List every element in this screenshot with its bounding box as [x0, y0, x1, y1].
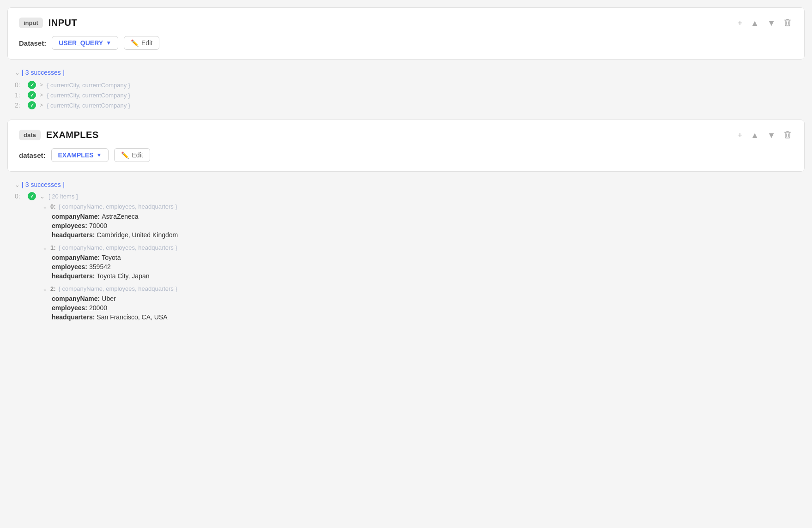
input-dataset-label: Dataset: — [19, 39, 46, 47]
result-fields-2: { currentCity, currentCompany } — [47, 102, 130, 109]
input-delete-button[interactable] — [782, 17, 793, 29]
table-row: 0: ✓ > { currentCity, currentCompany } — [15, 80, 797, 90]
input-header-left: input INPUT — [19, 18, 77, 28]
input-results-section: ⌄ [ 3 successes ] 0: ✓ > { currentCity, … — [7, 63, 805, 116]
examples-add-button[interactable]: + — [736, 130, 745, 140]
list-item: headquarters: San Francisco, CA, USA — [52, 312, 797, 322]
nested-1-fields-label: { companyName, employees, headquarters } — [59, 244, 177, 251]
nested-item-1: ⌄ 1: { companyName, employees, headquart… — [42, 244, 797, 281]
examples-edit-button[interactable]: ✏️ Edit — [114, 148, 150, 162]
list-item: companyName: Uber — [52, 294, 797, 303]
field-value-headquarters-0: Cambridge, United Kingdom — [97, 231, 178, 239]
field-name-employees-1: employees: — [52, 263, 87, 270]
examples-dataset-chevron: ▼ — [97, 152, 102, 158]
input-dataset-button[interactable]: USER_QUERY ▼ — [52, 36, 118, 50]
input-results-header: ⌄ [ 3 successes ] — [15, 69, 797, 76]
input-collapse-chevron[interactable]: ⌄ — [15, 69, 20, 76]
input-card: input INPUT + ▲ ▼ Dataset: USER_QUERY ▼ … — [7, 7, 805, 60]
field-name-employees-0: employees: — [52, 222, 87, 229]
list-item: companyName: Toyota — [52, 253, 797, 262]
success-icon-0: ✓ — [28, 81, 36, 89]
field-name-companyName-2: companyName: — [52, 295, 100, 302]
list-item: employees: 70000 — [52, 221, 797, 230]
examples-results-section: ⌄ [ 3 successes ] 0: ✓ ⌄ [ 20 items ] ⌄ … — [7, 175, 805, 332]
expand-arrow-2[interactable]: > — [40, 102, 43, 108]
examples-dataset-value: EXAMPLES — [58, 151, 94, 159]
examples-collapse-chevron[interactable]: ⌄ — [15, 181, 20, 188]
input-card-body: Dataset: USER_QUERY ▼ ✏️ Edit — [19, 36, 793, 50]
field-name-companyName-0: companyName: — [52, 213, 100, 220]
result-index-1: 1: — [15, 91, 24, 99]
examples-up-button[interactable]: ▲ — [749, 130, 761, 140]
field-name-employees-2: employees: — [52, 304, 87, 312]
input-down-button[interactable]: ▼ — [765, 18, 777, 28]
list-item: companyName: AstraZeneca — [52, 212, 797, 221]
field-name-companyName-1: companyName: — [52, 254, 100, 261]
nested-2-index: 2: — [50, 285, 56, 292]
field-value-companyName-2: Uber — [102, 295, 115, 302]
field-value-headquarters-1: Toyota City, Japan — [97, 272, 149, 280]
examples-row-index: 0: — [15, 192, 24, 200]
field-value-companyName-1: Toyota — [102, 254, 121, 261]
input-dataset-value: USER_QUERY — [59, 39, 103, 47]
success-icon-2: ✓ — [28, 101, 36, 109]
examples-dataset-button[interactable]: EXAMPLES ▼ — [51, 148, 109, 162]
input-add-button[interactable]: + — [736, 18, 745, 28]
expand-arrow-0[interactable]: > — [40, 82, 43, 88]
examples-card-body: dataset: EXAMPLES ▼ ✏️ Edit — [19, 148, 793, 162]
examples-successes-label: [ 3 successes ] — [22, 181, 65, 188]
examples-down-button[interactable]: ▼ — [765, 130, 777, 140]
examples-items-row: 0: ✓ ⌄ [ 20 items ] — [15, 192, 797, 200]
input-title: INPUT — [48, 18, 78, 28]
examples-edit-icon: ✏️ — [121, 151, 129, 159]
examples-card: data EXAMPLES + ▲ ▼ dataset: EXAMPLES ▼ … — [7, 120, 805, 172]
examples-edit-label: Edit — [132, 151, 143, 159]
field-name-headquarters-2: headquarters: — [52, 313, 95, 321]
table-row: 1: ✓ > { currentCity, currentCompany } — [15, 90, 797, 100]
examples-toolbar: + ▲ ▼ — [736, 129, 793, 141]
examples-delete-button[interactable] — [782, 129, 793, 141]
input-card-header: input INPUT + ▲ ▼ — [19, 17, 793, 29]
result-fields-0: { currentCity, currentCompany } — [47, 82, 130, 89]
result-index-0: 0: — [15, 81, 24, 89]
expand-arrow-1[interactable]: > — [40, 92, 43, 98]
list-item: employees: 359542 — [52, 262, 797, 271]
nested-0-index: 0: — [50, 203, 56, 210]
input-toolbar: + ▲ ▼ — [736, 17, 793, 29]
nested-1-index: 1: — [50, 244, 56, 251]
nested-2-chevron[interactable]: ⌄ — [42, 285, 48, 292]
input-edit-button[interactable]: ✏️ Edit — [124, 36, 159, 50]
input-successes-label: [ 3 successes ] — [22, 69, 65, 76]
examples-success-icon: ✓ — [28, 192, 36, 200]
nested-item-0: ⌄ 0: { companyName, employees, headquart… — [42, 203, 797, 240]
list-item: employees: 20000 — [52, 303, 797, 312]
success-icon-1: ✓ — [28, 91, 36, 99]
field-value-employees-2: 20000 — [89, 304, 107, 312]
input-dataset-chevron: ▼ — [106, 40, 111, 46]
input-edit-icon: ✏️ — [131, 39, 139, 47]
field-value-employees-1: 359542 — [89, 263, 111, 270]
field-name-headquarters-1: headquarters: — [52, 272, 95, 280]
nested-item-header-0: ⌄ 0: { companyName, employees, headquart… — [42, 203, 797, 210]
input-up-button[interactable]: ▲ — [749, 18, 761, 28]
field-value-employees-0: 70000 — [89, 222, 107, 229]
examples-items-chevron[interactable]: ⌄ — [40, 193, 45, 200]
result-fields-1: { currentCity, currentCompany } — [47, 92, 130, 99]
list-item: headquarters: Cambridge, United Kingdom — [52, 230, 797, 240]
table-row: 2: ✓ > { currentCity, currentCompany } — [15, 100, 797, 110]
nested-0-fields-label: { companyName, employees, headquarters } — [59, 203, 177, 210]
nested-2-fields-label: { companyName, employees, headquarters } — [59, 285, 177, 292]
examples-results-header: ⌄ [ 3 successes ] — [15, 181, 797, 188]
field-value-headquarters-2: San Francisco, CA, USA — [97, 313, 167, 321]
nested-item-header-1: ⌄ 1: { companyName, employees, headquart… — [42, 244, 797, 251]
examples-header-left: data EXAMPLES — [19, 130, 99, 140]
nested-1-chevron[interactable]: ⌄ — [42, 244, 48, 251]
examples-badge: data — [19, 130, 41, 140]
nested-0-chevron[interactable]: ⌄ — [42, 203, 48, 210]
input-edit-label: Edit — [141, 39, 152, 47]
field-value-companyName-0: AstraZeneca — [102, 213, 138, 220]
input-badge: input — [19, 18, 43, 28]
examples-card-header: data EXAMPLES + ▲ ▼ — [19, 129, 793, 141]
result-index-2: 2: — [15, 102, 24, 109]
examples-items-label: [ 20 items ] — [48, 193, 78, 200]
